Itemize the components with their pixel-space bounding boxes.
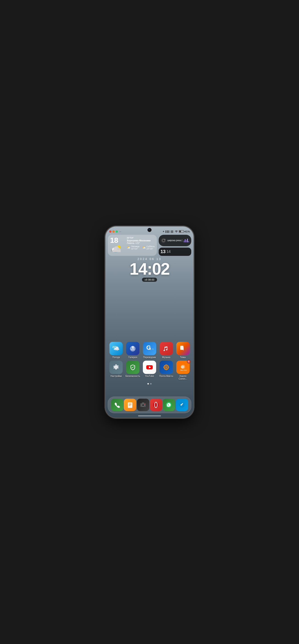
battery-icon (179, 230, 184, 233)
app-music[interactable]: Музыка (158, 342, 174, 359)
status-left: ··· (109, 230, 121, 233)
svg-text:22°: 22° (112, 346, 116, 349)
weather-widget[interactable]: 18 (108, 235, 157, 256)
app-gallery[interactable]: Галерея (125, 342, 140, 359)
app-themes[interactable]: Темы (175, 342, 191, 359)
dock-notes[interactable] (124, 399, 136, 411)
app-security[interactable]: Безопасность (125, 361, 140, 380)
phone-frame: ··· ✦ ▌▌▌ ▌▌ 41% (105, 226, 194, 418)
themes-app-label: Темы (180, 356, 186, 359)
forecast-temp-2: 24°/15° (146, 248, 154, 250)
svg-point-10 (163, 240, 164, 241)
battery-text: 41% (185, 230, 190, 233)
app-grid: ☁️ 22° Погода Г (106, 342, 194, 382)
translate-app-icon: G A→ (143, 342, 156, 355)
page-dot-1 (148, 383, 149, 384)
dot-red (109, 230, 112, 233)
page-indicators (106, 383, 194, 384)
svg-text:⊙: ⊙ (181, 365, 184, 369)
status-right: ✦ ▌▌▌ ▌▌ 41% (162, 230, 190, 233)
svg-rect-5 (112, 250, 120, 252)
app-mail[interactable]: Почта Mail.ru (158, 361, 174, 380)
svg-text:A→: A→ (149, 347, 154, 351)
dock-opera[interactable] (150, 399, 162, 411)
datetime-area: 2024 06 13 14:02 сб 08:00 (108, 257, 191, 282)
weather-location: Хорошево-Мневники (127, 239, 154, 242)
mail-app-label: Почта Mail.ru (159, 375, 173, 378)
youtube-app-label: YouTube (145, 375, 154, 378)
forecast-day-1: Пятница (131, 245, 140, 248)
wifi-icon (175, 230, 178, 233)
music-album-art (161, 238, 166, 243)
music-widget[interactable]: широка река ( (159, 235, 191, 246)
top-widgets-row: 18 (108, 235, 191, 256)
app-xiaomi[interactable]: 9 ⊙ New Home Xiaomi Comm... (175, 361, 191, 380)
signal-bars-1: ▌▌▌ (166, 230, 170, 233)
weather-app-label: Погода (112, 356, 120, 359)
dot-green (116, 230, 118, 233)
forecast-temp-1: 22°/14° (131, 248, 140, 250)
gallery-app-label: Галерея (128, 356, 137, 359)
weather-temp-range: 22°/14° (127, 236, 154, 239)
app-youtube[interactable]: YouTube (142, 361, 157, 380)
dot-orange (112, 230, 115, 233)
gallery-app-icon (126, 342, 140, 355)
calendar-widget[interactable]: 13 14 (159, 248, 191, 256)
svg-point-23 (166, 366, 167, 368)
weather-condition: Ливень +22° (127, 242, 154, 244)
music-title: широка река ( (168, 239, 182, 242)
svg-point-42 (153, 402, 159, 408)
dock-telegram[interactable] (176, 399, 188, 411)
xiaomi-badge: 9 (187, 360, 190, 364)
security-app-label: Безопасность (126, 375, 140, 378)
app-row-2: Настройки Безопасность (108, 361, 191, 380)
svg-point-40 (144, 404, 145, 404)
screen: ··· ✦ ▌▌▌ ▌▌ 41% (106, 226, 194, 418)
app-row-1: ☁️ 22° Погода Г (108, 342, 191, 359)
xiaomi-app-icon: 9 ⊙ New Home (176, 361, 190, 374)
music-app-label: Музыка (162, 356, 170, 359)
music-app-icon (160, 342, 173, 355)
weather-app-icon: ☁️ 22° (109, 342, 123, 355)
time-display: 14:02 (108, 261, 191, 277)
dock-whatsapp[interactable] (162, 399, 175, 411)
svg-rect-32 (128, 402, 132, 408)
widgets-area: 18 (108, 235, 191, 282)
home-indicator (138, 416, 161, 416)
bluetooth-icon: ✦ (162, 230, 165, 233)
calendar-next-date: 14 (166, 250, 170, 254)
calendar-current-date: 13 (160, 249, 166, 254)
svg-rect-41 (142, 402, 144, 404)
alarm-badge: сб 08:00 (142, 278, 157, 282)
dock (108, 397, 191, 413)
svg-point-39 (142, 405, 143, 405)
settings-app-label: Настройки (110, 375, 122, 378)
weather-temp-main: 18 (110, 236, 118, 244)
dock-phone[interactable] (111, 399, 123, 411)
page-dot-2 (150, 383, 152, 384)
weather-cloud-icon (110, 244, 123, 253)
camera-notch (148, 228, 151, 232)
app-settings[interactable]: Настройки (108, 361, 124, 380)
status-extra-dots: ··· (119, 230, 121, 233)
translate-app-label: Переводчик (143, 356, 156, 359)
mail-app-icon (160, 361, 173, 374)
xiaomi-app-label: Xiaomi Comm... (175, 375, 191, 380)
forecast-day-2: Суббота (146, 245, 154, 248)
themes-app-icon (176, 342, 190, 355)
dock-camera[interactable] (137, 399, 149, 411)
svg-text:New Home: New Home (180, 369, 187, 371)
app-weather[interactable]: ☁️ 22° Погода (108, 342, 124, 359)
svg-line-6 (114, 252, 114, 253)
youtube-app-icon (143, 361, 156, 374)
music-visualizer (184, 239, 189, 242)
forecast-friday: ⛅ Пятница 22°/14° (127, 245, 140, 250)
app-translate[interactable]: G A→ Переводчик (142, 342, 157, 359)
settings-app-icon (109, 361, 123, 374)
security-app-icon (126, 361, 140, 374)
weather-forecast: ⛅ Пятница 22°/14° ⛅ Суббота (127, 245, 154, 250)
forecast-saturday: ⛅ Суббота 24°/15° (142, 245, 154, 250)
signal-bars-2: ▌▌ (171, 230, 174, 233)
